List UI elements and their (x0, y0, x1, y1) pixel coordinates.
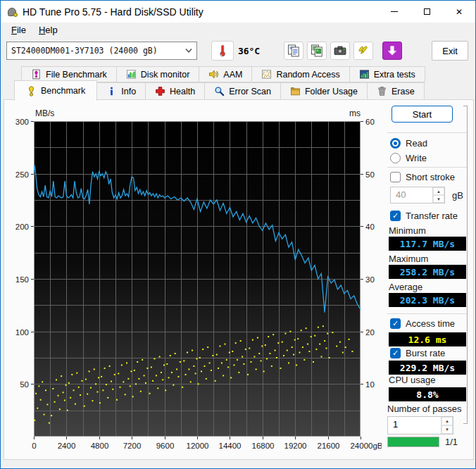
spin-up-button[interactable]: ▲ (433, 187, 444, 195)
svg-text:20: 20 (365, 328, 375, 337)
extra-tests-icon (359, 69, 370, 80)
window-title: HD Tune Pro 5.75 - Hard Disk/SSD Utility (23, 6, 203, 18)
toolbar: ST24000DM001-3Y7103 (24000 gB) 36°C Exit (1, 37, 475, 64)
screenshot-button[interactable] (330, 42, 350, 60)
minimum-label: Minimum (389, 225, 426, 236)
maximize-icon (424, 8, 430, 15)
short-stroke-size-value: 40 (391, 187, 432, 203)
tab-health[interactable]: Health (145, 82, 205, 100)
spin-up-button[interactable]: ▲ (441, 417, 453, 425)
svg-text:100: 100 (15, 328, 29, 337)
menu-file[interactable]: File (5, 23, 32, 37)
benchmark-chart: 3002502001501005060504030201002400480072… (4, 100, 382, 456)
right-axis-unit: ms (349, 108, 361, 118)
minimize-button[interactable] (378, 1, 411, 23)
svg-text:14400: 14400 (219, 442, 242, 450)
left-axis-unit: MB/s (35, 108, 54, 118)
panel-bracket (463, 106, 468, 424)
write-radio[interactable]: Write (390, 153, 427, 163)
copy-image-button[interactable] (307, 42, 327, 60)
tab-aam[interactable]: AAM (199, 66, 252, 82)
short-stroke-checkbox-box[interactable] (390, 172, 401, 182)
burst-rate-checkbox[interactable]: ✓ Burst rate (390, 348, 445, 358)
read-radio[interactable]: Read (390, 138, 427, 149)
spin-down-button[interactable]: ▼ (433, 195, 444, 203)
spin-down-button[interactable]: ▼ (441, 425, 453, 434)
svg-text:7200: 7200 (123, 442, 142, 450)
save-results-icon (356, 44, 370, 58)
tab-label: Health (170, 87, 195, 96)
tab-extra-tests[interactable]: Extra tests (349, 66, 425, 82)
benchmark-page: 3002502001501005060504030201002400480072… (4, 99, 474, 460)
menu-bar: File Help (1, 23, 475, 37)
tab-label: AAM (223, 70, 242, 80)
tab-folder-usage[interactable]: Folder Usage (280, 82, 368, 100)
drive-select-value: ST24000DM001-3Y7103 (24000 gB) (11, 46, 185, 56)
access-time-checkbox[interactable]: ✓ Access time (390, 318, 455, 329)
maximum-display: 258.2 MB/s (389, 265, 466, 279)
chevron-down-icon (185, 48, 192, 54)
start-button[interactable]: Start (392, 106, 453, 123)
menu-help[interactable]: Help (32, 23, 64, 37)
tab-row-2: BenchmarkInfoHealthError ScanFolder Usag… (4, 82, 425, 101)
save-results-button[interactable] (353, 42, 373, 60)
tab-error-scan[interactable]: Error Scan (204, 82, 281, 100)
tab-label: Extra tests (374, 70, 415, 80)
tab-disk-monitor[interactable]: Disk monitor (116, 66, 199, 82)
transfer-rate-checkbox-box[interactable]: ✓ (390, 211, 401, 221)
svg-text:9600: 9600 (156, 442, 175, 450)
folder-usage-icon (290, 86, 301, 96)
copy-text-icon (287, 44, 301, 58)
health-icon (155, 86, 165, 96)
random-access-icon (261, 69, 272, 80)
access-time-label: Access time (406, 318, 455, 329)
svg-text:21600: 21600 (318, 442, 340, 450)
drive-select[interactable]: ST24000DM001-3Y7103 (24000 gB) (6, 42, 197, 60)
passes-field[interactable]: 1 ▲ ▼ (387, 416, 453, 434)
tab-benchmark[interactable]: Benchmark (14, 80, 97, 101)
write-label: Write (406, 153, 427, 163)
tab-info[interactable]: Info (96, 82, 146, 100)
tab-label: Folder Usage (305, 87, 358, 96)
burst-rate-display: 229.2 MB/s (389, 361, 466, 375)
exit-button[interactable]: Exit (432, 41, 468, 61)
progress-label: 1/1 (445, 437, 458, 447)
access-time-checkbox-box[interactable]: ✓ (390, 318, 401, 329)
svg-text:2400: 2400 (58, 442, 76, 450)
svg-text:10: 10 (365, 380, 375, 389)
svg-text:40: 40 (365, 223, 375, 231)
update-button[interactable] (382, 42, 402, 60)
close-button[interactable]: ✕ (443, 1, 475, 23)
svg-text:200: 200 (15, 223, 29, 231)
short-stroke-checkbox[interactable]: Short stroke (390, 172, 455, 182)
info-icon (106, 86, 117, 96)
access-time-display: 12.6 ms (389, 332, 466, 346)
short-stroke-size-field[interactable]: 40 ▲ ▼ (390, 187, 445, 204)
svg-text:300: 300 (15, 118, 29, 126)
svg-text:250: 250 (15, 170, 29, 179)
tab-label: File Benchmark (46, 70, 107, 80)
tab-label: Benchmark (41, 86, 85, 96)
tab-erase[interactable]: Erase (367, 82, 425, 100)
tab-random-access[interactable]: Random Access (251, 66, 349, 82)
read-radio-circle[interactable] (390, 138, 401, 149)
maximize-button[interactable] (411, 1, 443, 23)
number-of-passes-label: Number of passes (387, 404, 462, 414)
tab-label: Error Scan (229, 87, 271, 96)
thermometer-icon (215, 44, 230, 58)
svg-text:30: 30 (365, 275, 375, 284)
aam-icon (208, 69, 219, 80)
burst-rate-checkbox-box[interactable]: ✓ (390, 348, 401, 358)
copy-text-button[interactable] (284, 42, 303, 60)
temperature-button[interactable] (211, 41, 234, 61)
svg-text:24000gB: 24000gB (350, 442, 382, 450)
short-stroke-label: Short stroke (406, 172, 455, 182)
average-display: 202.3 MB/s (389, 293, 466, 307)
close-icon: ✕ (456, 8, 463, 16)
write-radio-circle[interactable] (390, 153, 401, 163)
separator (387, 313, 467, 314)
benchmark-icon (26, 86, 37, 96)
transfer-rate-checkbox[interactable]: ✓ Transfer rate (390, 211, 458, 221)
transfer-rate-label: Transfer rate (406, 211, 458, 221)
svg-text:4800: 4800 (91, 442, 109, 450)
